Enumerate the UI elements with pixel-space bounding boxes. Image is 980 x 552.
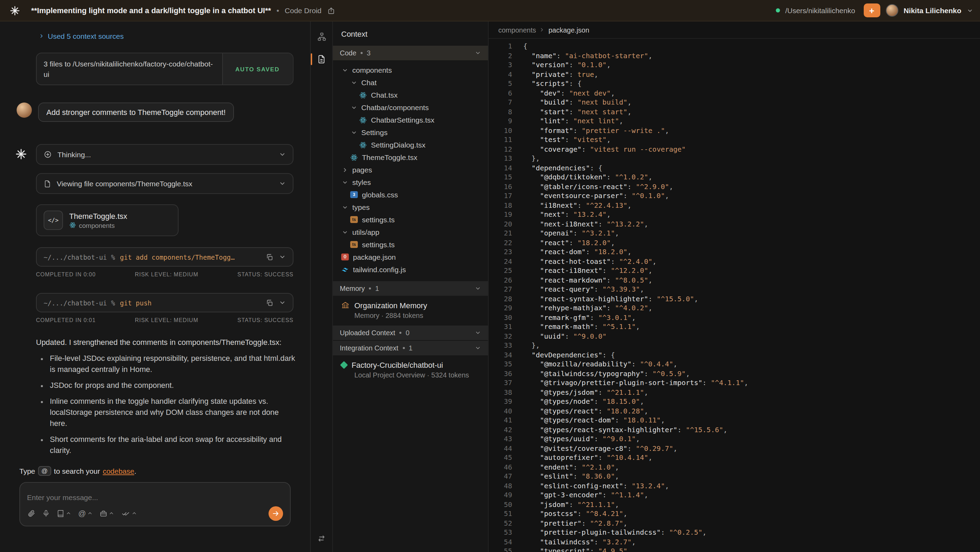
- tree-file[interactable]: ChatbarSettings.tsx: [333, 113, 488, 126]
- factory-logo-icon[interactable]: [10, 5, 20, 16]
- user-message-avatar: [17, 103, 32, 118]
- user-avatar[interactable]: [886, 4, 898, 17]
- tree-folder[interactable]: Settings: [333, 126, 488, 139]
- line-number: 51: [488, 509, 512, 518]
- code-line: "react-dom": "18.2.0",: [523, 247, 980, 257]
- message-input[interactable]: [27, 488, 283, 506]
- new-session-button[interactable]: +: [863, 3, 880, 17]
- code-line: "dev": "next dev",: [523, 88, 980, 98]
- tree-file[interactable]: ThemeToggle.tsx: [333, 151, 488, 163]
- code-line: "react": "18.2.0",: [523, 238, 980, 247]
- tree-file[interactable]: tssettings.ts: [333, 213, 488, 226]
- line-number: 5: [488, 79, 512, 88]
- terminal-command-card[interactable]: ~/.../chatbot-ui % git push: [36, 293, 293, 313]
- react-file-icon: [359, 141, 367, 148]
- code-editor[interactable]: 1234567891011121314151617181920212223242…: [488, 39, 980, 552]
- copy-icon[interactable]: [266, 299, 274, 307]
- terminal-command-card[interactable]: ~/.../chatbot-ui % git add components/Th…: [36, 247, 293, 267]
- tree-file[interactable]: Chat.tsx: [333, 89, 488, 101]
- line-number: 9: [488, 116, 512, 126]
- share-icon[interactable]: [327, 6, 335, 14]
- toolbox-control[interactable]: [100, 510, 114, 517]
- thinking-toggle[interactable]: Thinking...: [36, 144, 293, 165]
- workspace-path-label[interactable]: /Users/nikitalilichenko: [785, 6, 855, 14]
- section-label: Uploaded Context: [340, 329, 395, 337]
- chevron-up-icon[interactable]: [132, 511, 137, 516]
- chevron-down-icon[interactable]: [279, 300, 286, 306]
- files-saved-text: 3 files to /Users/nikitalilichenko/facto…: [37, 53, 222, 85]
- tree-label: Chat: [361, 78, 377, 86]
- integration-item-meta: Local Project Overview · 5324 tokens: [333, 369, 488, 384]
- section-label: Integration Context: [340, 344, 398, 352]
- tree-folder[interactable]: Chatbar/components: [333, 101, 488, 113]
- chevron-up-icon[interactable]: [66, 511, 71, 516]
- code-line: {: [523, 41, 980, 51]
- mention-icon[interactable]: @: [78, 510, 86, 517]
- chevron-down-icon: [341, 204, 348, 210]
- terminal-path: ~/.../chatbot-ui: [44, 254, 107, 261]
- chevron-right-icon: [539, 27, 545, 33]
- tree-folder[interactable]: types: [333, 201, 488, 213]
- tree-folder[interactable]: Chat: [333, 76, 488, 89]
- tree-folder[interactable]: pages: [333, 163, 488, 176]
- mention-control[interactable]: @: [78, 510, 93, 517]
- repo-search-icon[interactable]: [57, 510, 64, 517]
- tree-file[interactable]: {}package.json: [333, 251, 488, 263]
- tree-file[interactable]: 3globals.css: [333, 188, 488, 201]
- file-chip-themetoggle[interactable]: </> ThemeToggle.tsx components: [36, 205, 178, 236]
- context-files-icon[interactable]: [311, 53, 332, 66]
- tree-label: Chat.tsx: [371, 91, 398, 99]
- swap-panels-icon[interactable]: [311, 532, 332, 545]
- code-line: "autoprefixer": "^10.4.14",: [523, 453, 980, 462]
- attach-icon[interactable]: [27, 509, 35, 518]
- copy-icon[interactable]: [266, 254, 274, 261]
- code-line: "remark-gfm": "^3.0.1",: [523, 313, 980, 322]
- code-line: "react-hot-toast": "^2.4.0",: [523, 257, 980, 266]
- tree-label: Settings: [361, 128, 388, 136]
- context-sources-link[interactable]: Used 5 context sources: [48, 32, 124, 40]
- codebase-link[interactable]: codebase: [103, 467, 134, 475]
- file-chip-title: ThemeToggle.tsx: [69, 212, 127, 220]
- codebase-hint: Type @ to search your codebase.: [19, 466, 310, 476]
- viewing-file-toggle[interactable]: Viewing file components/ThemeToggle.tsx: [36, 174, 293, 194]
- tree-folder[interactable]: utils/app: [333, 226, 488, 238]
- code-line: "@vitest/coverage-c8": "^0.29.7",: [523, 444, 980, 453]
- code-section-header[interactable]: Code 3: [333, 46, 488, 60]
- organization-memory-item[interactable]: Organization Memory: [333, 296, 488, 310]
- tree-folder[interactable]: components: [333, 64, 488, 76]
- integration-section-header[interactable]: Integration Context 1: [333, 341, 488, 355]
- flow-view-icon[interactable]: [311, 30, 332, 44]
- toolbox-icon[interactable]: [100, 510, 107, 517]
- chevron-down-icon[interactable]: [279, 254, 286, 261]
- status-label: STATUS: SUCCESS: [237, 272, 293, 278]
- terminal-prompt: %: [111, 254, 115, 261]
- code-line: },: [523, 154, 980, 163]
- send-button[interactable]: [269, 506, 283, 521]
- chevron-down-icon: [475, 286, 481, 292]
- tree-file[interactable]: tailwind.config.js: [333, 263, 488, 276]
- message-composer[interactable]: @: [19, 482, 291, 526]
- code-lines: { "name": "ai-chatbot-starter", "version…: [512, 41, 980, 552]
- tree-folder[interactable]: styles: [333, 176, 488, 188]
- uploaded-section-header[interactable]: Uploaded Context 0: [333, 325, 488, 340]
- repo-search-control[interactable]: [57, 510, 71, 517]
- code-line: "eslint-config-next": "13.2.4",: [523, 481, 980, 490]
- chevron-up-icon[interactable]: [109, 511, 114, 516]
- code-line: "openai": "^3.2.1",: [523, 228, 980, 238]
- double-check-icon[interactable]: [121, 510, 130, 517]
- section-count: 0: [406, 329, 409, 337]
- microphone-icon[interactable]: [42, 510, 50, 517]
- checks-control[interactable]: [121, 510, 137, 517]
- breadcrumb-file[interactable]: package.json: [549, 26, 589, 34]
- tree-file[interactable]: SettingDialog.tsx: [333, 139, 488, 151]
- files-saved-card[interactable]: 3 files to /Users/nikitalilichenko/facto…: [36, 53, 293, 86]
- breadcrumb-folder[interactable]: components: [498, 26, 536, 34]
- integration-project-item[interactable]: Factory-Crucible/chatbot-ui: [333, 355, 488, 369]
- chevron-up-icon[interactable]: [87, 511, 93, 516]
- code-line: "@trivago/prettier-plugin-sort-imports":…: [523, 378, 980, 388]
- chat-panel: Used 5 context sources 3 files to /Users…: [0, 21, 311, 552]
- css-file-icon: 3: [350, 191, 358, 198]
- tree-file[interactable]: tssettings.ts: [333, 238, 488, 251]
- chevron-down-icon[interactable]: [967, 7, 973, 13]
- memory-section-header[interactable]: Memory 1: [333, 281, 488, 296]
